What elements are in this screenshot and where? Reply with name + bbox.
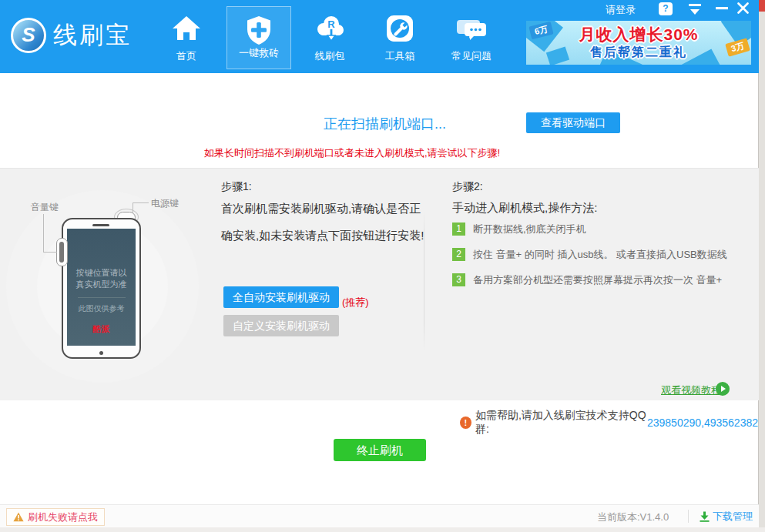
- view-driver-ports-button[interactable]: 查看驱动端口: [526, 112, 620, 133]
- volume-connector-line: [43, 252, 57, 253]
- home-icon: [170, 12, 203, 45]
- power-connector-line: [133, 202, 133, 212]
- logo-icon: S: [11, 18, 46, 53]
- faq-icon: [455, 12, 488, 45]
- step2-item-2: 2 按住 音量+ 的同时 插入usb线。 或者直接插入USB数据线: [452, 248, 745, 261]
- recommend-tag: (推荐): [342, 296, 369, 309]
- download-icon: [700, 511, 710, 522]
- nav-one-key-rescue[interactable]: 一键救砖: [226, 6, 291, 69]
- screen-brand: 酷派: [67, 323, 136, 335]
- step-number-badge: 2: [452, 248, 465, 261]
- step-text: 断开数据线,彻底关闭手机: [473, 223, 586, 236]
- download-manager-link[interactable]: 下载管理: [700, 510, 753, 524]
- version-label: 当前版本:V1.4.0: [597, 510, 669, 524]
- step2-title: 步骤2:: [452, 180, 483, 194]
- step2-item-1: 1 断开数据线,彻底关闭手机: [452, 223, 745, 236]
- promo-banner[interactable]: 6万 月收入增长30% 售后帮第二重礼 3万: [526, 21, 751, 65]
- step1-desc-line1: 首次刷机需安装刷机驱动,请确认是否正: [221, 202, 421, 216]
- auto-install-driver-button[interactable]: 全自动安装刷机驱动: [223, 286, 339, 308]
- nav-rom-packages[interactable]: R 线刷包: [297, 0, 362, 73]
- banner-subline: 售后帮第二重礼: [526, 45, 751, 61]
- step-text: 按住 音量+ 的同时 插入usb线。 或者直接插入USB数据线: [473, 248, 727, 261]
- screen-text-line2: 真实机型为准: [67, 279, 136, 290]
- flash-failed-label: 刷机失败请点我: [28, 510, 98, 524]
- phone-home-button: [99, 351, 103, 355]
- banner-headline: 月收入增长30%: [526, 24, 751, 45]
- login-link[interactable]: 请登录: [606, 3, 636, 17]
- volume-key-label: 音量键: [31, 201, 59, 214]
- help-icon[interactable]: ?: [659, 2, 673, 15]
- shield-plus-icon: [243, 14, 275, 46]
- nav-faq[interactable]: 常见问题: [439, 0, 504, 73]
- power-key-label: 电源键: [151, 197, 179, 210]
- toolbox-icon: [384, 12, 416, 45]
- screen-text-line1: 按键位置请以: [67, 267, 136, 279]
- step2-item-3: 3 备用方案部分机型还需要按照屏幕提示再次按一次 音量+: [452, 273, 745, 286]
- step-number-badge: 1: [452, 223, 465, 236]
- stop-flashing-button[interactable]: 终止刷机: [334, 439, 426, 461]
- column-divider: [424, 212, 424, 350]
- step2-subtitle: 手动进入刷机模式,操作方法:: [452, 201, 597, 216]
- nav-home[interactable]: 首页: [154, 0, 219, 73]
- qq-group-numbers[interactable]: 239850290,493562382: [647, 417, 758, 429]
- cloud-download-icon: R: [314, 12, 346, 45]
- skin-menu-icon[interactable]: [688, 3, 702, 16]
- header: S 线刷宝 首页 一键救砖: [0, 0, 759, 73]
- help-text: 如需帮助,请加入线刷宝技术支持QQ群:: [475, 409, 647, 437]
- help-line: ! 如需帮助,请加入线刷宝技术支持QQ群: 239850290,49356238…: [460, 409, 758, 437]
- scan-warning-text: 如果长时间扫描不到刷机端口或者未进入刷机模式,请尝试以下步骤!: [204, 146, 500, 160]
- background-window-bottom-strip: [0, 527, 765, 532]
- screen-divider: [78, 297, 126, 298]
- background-window-close-sliver: [759, 0, 765, 12]
- volume-connector-line: [43, 214, 44, 253]
- footer-divider: [688, 510, 689, 523]
- step1-desc-line2: 确安装,如未安装请点下面按钮进行安装!: [221, 229, 424, 243]
- scan-status-text: 正在扫描刷机端口...: [324, 115, 446, 133]
- nav-toolbox[interactable]: 工具箱: [367, 0, 432, 73]
- step-text: 备用方案部分机型还需要按照屏幕提示再次按一次 音量+: [473, 273, 722, 286]
- footer-bar: 刷机失败请点我 当前版本:V1.4.0 下载管理: [0, 504, 759, 527]
- play-video-icon[interactable]: [716, 382, 730, 396]
- screen-note: 此图仅供参考: [67, 303, 136, 314]
- logo-monogram: S: [22, 23, 35, 47]
- watch-video-tutorial-link[interactable]: 观看视频教程: [661, 383, 721, 397]
- download-manager-label: 下载管理: [713, 510, 753, 524]
- background-window-strip: [759, 0, 765, 532]
- app-title: 线刷宝: [53, 19, 132, 52]
- minimize-icon[interactable]: [716, 7, 728, 10]
- volume-button-inner: [59, 242, 64, 263]
- custom-install-driver-button[interactable]: 自定义安装刷机驱动: [223, 315, 339, 336]
- exclamation-icon: !: [460, 417, 471, 429]
- power-connector-line: [133, 202, 149, 203]
- app-logo: S 线刷宝: [11, 18, 132, 53]
- close-icon[interactable]: [737, 2, 749, 14]
- step1-title: 步骤1:: [221, 180, 252, 194]
- phone-speaker: [92, 224, 109, 226]
- app-window: S 线刷宝 首页 一键救砖: [0, 0, 765, 532]
- warning-triangle-icon: [13, 512, 24, 522]
- phone-screen: 按键位置请以 真实机型为准 此图仅供参考 酷派: [67, 229, 136, 346]
- svg-text:R: R: [327, 18, 335, 30]
- step-number-badge: 3: [452, 273, 465, 286]
- flash-failed-link[interactable]: 刷机失败请点我: [6, 508, 105, 526]
- main-window: S 线刷宝 首页 一键救砖: [0, 0, 759, 527]
